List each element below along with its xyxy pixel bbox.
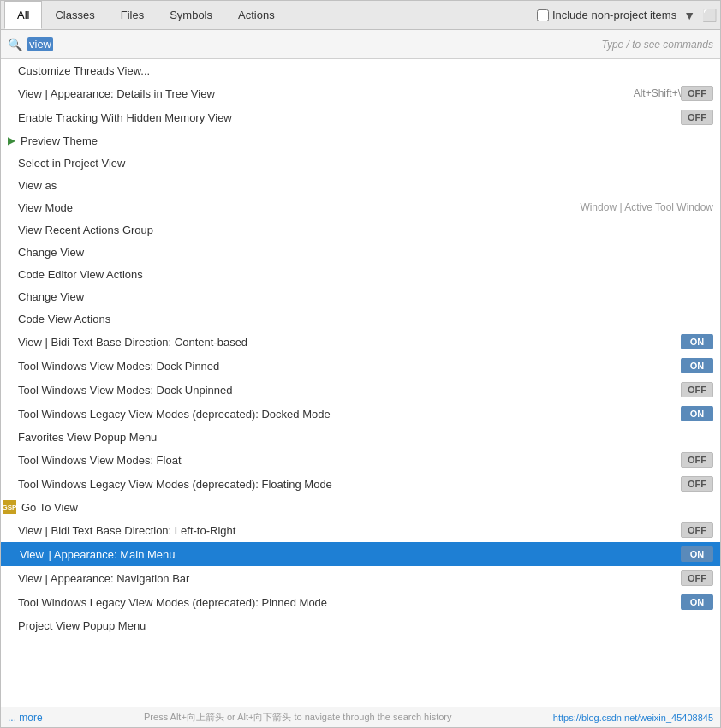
toggle-badge: OFF [681,382,713,397]
item-label: Enable Tracking With Hidden Memory View [18,111,681,124]
toggle-badge: OFF [681,522,713,538]
tab-bar: All Classes Files Symbols Actions Includ… [1,1,720,30]
list-item[interactable]: Tool Windows Legacy View Modes (deprecat… [1,472,720,496]
filter-icon[interactable]: ▼ [683,9,695,22]
include-non-project-checkbox[interactable] [537,9,549,21]
list-item[interactable]: View Mode Window | Active Tool Window [1,196,720,218]
item-label: View Mode [18,201,580,214]
list-item[interactable]: Tool Windows Legacy View Modes (deprecat… [1,402,720,426]
list-item[interactable]: Tool Windows View Modes: Float OFF [1,448,720,472]
window-icon[interactable]: ⬜ [702,9,717,22]
toggle-badge: ON [681,334,713,349]
toggle-badge: OFF [681,110,713,125]
search-icon: 🔍 [8,38,22,51]
search-bar: 🔍 view Type / to see commands [1,30,720,59]
item-label: Select in Project View [18,157,713,170]
item-label: View as [18,179,713,192]
list-item[interactable]: GSP Go To View [1,496,720,518]
list-item[interactable]: Tool Windows View Modes: Dock Unpinned O… [1,378,720,402]
list-item[interactable]: Customize Threads View... [1,59,720,81]
list-item[interactable]: View | Appearance: Navigation Bar OFF [1,566,720,590]
item-label: Tool Windows View Modes: Dock Pinned [18,360,681,373]
list-item[interactable]: ▶ Preview Theme [1,129,720,152]
toggle-badge: ON [681,406,713,421]
item-label: Code Editor View Actions [18,268,713,281]
item-label: Tool Windows View Modes: Float [18,454,681,467]
tab-all[interactable]: All [4,1,42,29]
item-label: Code View Actions [18,313,713,325]
list-item[interactable]: View as [1,174,720,196]
tab-symbols[interactable]: Symbols [157,1,225,29]
list-item[interactable]: Select in Project View [1,152,720,174]
item-label: View | Appearance: Main Menu [18,548,681,561]
status-hint: Press Alt+向上箭头 or Alt+向下箭头 to navigate t… [43,711,553,724]
tab-classes[interactable]: Classes [42,1,107,29]
item-label: Tool Windows Legacy View Modes (deprecat… [18,478,681,491]
toggle-badge: ON [681,594,713,610]
item-label-rest: | Appearance: Main Menu [49,548,176,561]
tab-files[interactable]: Files [108,1,157,29]
item-label: Favorites View Popup Menu [18,431,713,444]
toggle-badge: OFF [681,570,713,586]
arrow-icon: ▶ [8,134,15,146]
tab-right-controls: Include non-project items ▼ ⬜ [537,9,717,22]
list-item-selected[interactable]: View | Appearance: Main Menu ON [1,542,720,566]
item-label: Project View Popup Menu [18,619,713,632]
item-label: View | Bidi Text Base Direction: Left-to… [18,524,681,537]
more-link[interactable]: ... more [8,712,43,724]
list-item[interactable]: View Recent Actions Group [1,218,720,241]
results-list: Customize Threads View... View | Appeara… [1,59,720,707]
item-label: View | Bidi Text Base Direction: Content… [18,336,681,349]
search-hint: Type / to see commands [602,39,714,51]
search-query-highlight: view [27,37,53,51]
list-item[interactable]: Change View [1,241,720,263]
item-label: View | Appearance: Details in Tree View [18,87,627,100]
list-item[interactable]: Change View [1,285,720,307]
list-item[interactable]: View | Bidi Text Base Direction: Left-to… [1,518,720,542]
include-non-project-text: Include non-project items [552,9,676,21]
item-label: Customize Threads View... [18,64,713,77]
toggle-badge: OFF [681,452,713,468]
search-input[interactable] [53,38,601,51]
list-item[interactable]: View | Bidi Text Base Direction: Content… [1,330,720,354]
tab-actions[interactable]: Actions [225,1,288,29]
toggle-badge: OFF [681,86,713,101]
list-item[interactable]: Code Editor View Actions [1,263,720,285]
list-item[interactable]: Enable Tracking With Hidden Memory View … [1,105,720,129]
item-label: View | Appearance: Navigation Bar [18,572,681,585]
item-label: Change View [18,246,713,259]
item-label: Preview Theme [21,134,713,147]
item-label: Tool Windows Legacy View Modes (deprecat… [18,596,681,609]
gsp-icon: GSP [3,500,16,514]
list-item[interactable]: Tool Windows View Modes: Dock Pinned ON [1,354,720,378]
list-item[interactable]: Favorites View Popup Menu [1,426,720,448]
list-item[interactable]: Tool Windows Legacy View Modes (deprecat… [1,590,720,614]
list-item[interactable]: Project View Popup Menu [1,614,720,636]
item-label: View Recent Actions Group [18,224,713,236]
list-item[interactable]: View | Appearance: Details in Tree View … [1,81,720,105]
item-label: Change View [18,290,713,303]
item-label: Go To View [21,501,713,514]
list-item[interactable]: Code View Actions [1,307,720,330]
toggle-badge: ON [681,358,713,373]
item-label: Tool Windows View Modes: Dock Unpinned [18,384,681,397]
toggle-badge: ON [681,546,713,562]
app-container: All Classes Files Symbols Actions Includ… [0,0,721,728]
status-bar: ... more Press Alt+向上箭头 or Alt+向下箭头 to n… [1,707,720,727]
item-label: Tool Windows Legacy View Modes (deprecat… [18,408,681,421]
item-shortcut: Alt+Shift+\ [634,87,681,99]
view-prefix-highlight: View [18,548,45,561]
status-url: https://blog.csdn.net/weixin_45408845 [553,713,713,723]
item-secondary: Window | Active Tool Window [580,201,713,213]
include-non-project-label[interactable]: Include non-project items [537,9,676,21]
toggle-badge: OFF [681,476,713,492]
